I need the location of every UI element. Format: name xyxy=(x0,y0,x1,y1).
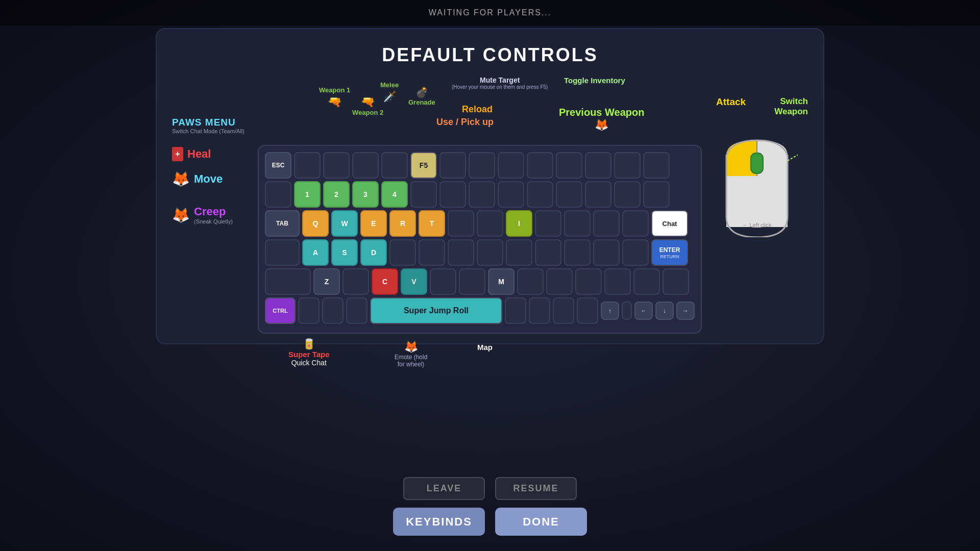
fox-creep-icon: 🦊 xyxy=(172,207,190,223)
key-backtick xyxy=(265,181,291,208)
key-empty-4 xyxy=(381,152,408,179)
key-i[interactable]: I xyxy=(506,210,532,237)
weapon1-annotation: Weapon 1 🔫 xyxy=(319,86,350,109)
resume-button[interactable]: RESUME xyxy=(495,477,577,500)
key-period xyxy=(546,268,573,295)
key-empty-8 xyxy=(527,152,553,179)
waiting-text: WAITING FOR PLAYERS... xyxy=(429,8,551,17)
key-8 xyxy=(498,181,524,208)
key-shift-r2 xyxy=(633,268,660,295)
key-semicolon xyxy=(564,239,591,266)
key-z[interactable]: Z xyxy=(313,268,340,295)
key-chat[interactable]: Chat xyxy=(651,210,688,237)
key-minus xyxy=(585,181,611,208)
done-button[interactable]: DONE xyxy=(495,508,587,536)
key-row-asdf: A S D ENTER RETURN xyxy=(265,239,695,266)
super-tape-annotation: 🥫 Super Tape Quick Chat xyxy=(288,338,330,367)
key-g xyxy=(419,239,445,266)
switch-weapon-label: Switch Weapon xyxy=(746,96,808,117)
grenade-annotation: 💣 Grenade xyxy=(408,86,435,106)
key-1[interactable]: 1 xyxy=(294,181,321,208)
key-6 xyxy=(439,181,466,208)
key-quote xyxy=(593,239,620,266)
mute-target-annotation: Mute Target (Hover your mouse on them an… xyxy=(452,76,548,90)
key-arrow-down[interactable]: ↓ xyxy=(655,302,674,320)
key-a[interactable]: A xyxy=(302,239,329,266)
key-empty-sp1 xyxy=(346,297,368,324)
key-tab[interactable]: TAB xyxy=(265,210,300,237)
key-t[interactable]: T xyxy=(419,210,445,237)
key-space[interactable]: Super Jump Roll xyxy=(370,297,502,324)
mouse-section: Attack Switch Weapon xyxy=(706,96,808,228)
key-v[interactable]: V xyxy=(401,268,427,295)
controls-modal: DEFAULT CONTROLS PAWS MENU Switch Chat M… xyxy=(156,28,824,344)
key-row-numbers: 1 2 3 4 xyxy=(265,181,695,208)
svg-line-5 xyxy=(788,151,798,161)
key-m[interactable]: M xyxy=(488,268,514,295)
key-empty-7 xyxy=(498,152,524,179)
key-shift-r3 xyxy=(663,268,689,295)
key-f xyxy=(389,239,416,266)
key-comma xyxy=(517,268,544,295)
leave-button[interactable]: LEAVE xyxy=(403,477,485,500)
heal-icon: + xyxy=(172,147,183,161)
key-e[interactable]: E xyxy=(360,210,387,237)
key-q[interactable]: Q xyxy=(302,210,329,237)
map-annotation: Map xyxy=(477,343,493,352)
creep-label: Creep xyxy=(194,205,233,218)
key-backslash xyxy=(622,239,649,266)
key-4[interactable]: 4 xyxy=(381,181,408,208)
move-label: Move xyxy=(194,172,223,186)
key-empty-5 xyxy=(439,152,466,179)
key-b xyxy=(430,268,456,295)
creep-sub-label: (Sneak Quietly) xyxy=(194,218,233,224)
key-5 xyxy=(410,181,437,208)
key-pad xyxy=(622,302,632,320)
key-shift-r xyxy=(604,268,631,295)
key-s[interactable]: S xyxy=(331,239,358,266)
key-empty-10 xyxy=(585,152,611,179)
key-u xyxy=(477,210,503,237)
key-esc[interactable]: ESC xyxy=(265,152,291,179)
key-ctrl[interactable]: CTRL xyxy=(265,297,296,324)
key-shift-l xyxy=(265,268,311,295)
key-empty-sp3 xyxy=(529,297,550,324)
key-win xyxy=(298,297,320,324)
key-l xyxy=(535,239,561,266)
keybinds-done-row: KEYBINDS DONE xyxy=(393,508,587,536)
leave-resume-row: LEAVE RESUME xyxy=(403,477,577,500)
key-f5[interactable]: F5 xyxy=(410,152,437,179)
keybinds-button[interactable]: KEYBINDS xyxy=(393,508,485,536)
key-capslock xyxy=(265,239,300,266)
key-empty-sp5 xyxy=(577,297,598,324)
key-row-function: ESC F5 xyxy=(265,152,695,179)
key-row-space: CTRL Super Jump Roll ↑ ← ↓ → xyxy=(265,297,695,324)
key-o xyxy=(535,210,561,237)
key-3[interactable]: 3 xyxy=(352,181,379,208)
emote-annotation: 🦊 Emote (hold for wheel) xyxy=(390,340,431,368)
key-2[interactable]: 2 xyxy=(323,181,350,208)
key-enter[interactable]: ENTER RETURN xyxy=(651,239,688,266)
key-n xyxy=(459,268,485,295)
key-empty-2 xyxy=(323,152,350,179)
key-h xyxy=(448,239,474,266)
key-k xyxy=(506,239,532,266)
key-arrow-up[interactable]: ↑ xyxy=(601,302,619,320)
key-w[interactable]: W xyxy=(331,210,358,237)
key-backspace xyxy=(643,181,670,208)
key-row-zxcv: Z C V M xyxy=(265,268,695,295)
key-c[interactable]: C xyxy=(372,268,398,295)
attack-label: Attack xyxy=(716,96,746,108)
keyboard: ESC F5 1 xyxy=(258,145,702,334)
key-arrow-left[interactable]: ← xyxy=(634,302,653,320)
key-d[interactable]: D xyxy=(360,239,387,266)
toggle-inventory-annotation: Toggle Inventory xyxy=(564,76,625,85)
fox-move-icon: 🦊 xyxy=(172,170,190,187)
reload-annotation: Reload xyxy=(462,104,493,115)
key-arrow-right[interactable]: → xyxy=(676,302,695,320)
key-empty-9 xyxy=(556,152,582,179)
key-0 xyxy=(556,181,582,208)
key-bracket-r xyxy=(622,210,649,237)
key-r[interactable]: R xyxy=(389,210,416,237)
heal-label: Heal xyxy=(187,147,211,161)
